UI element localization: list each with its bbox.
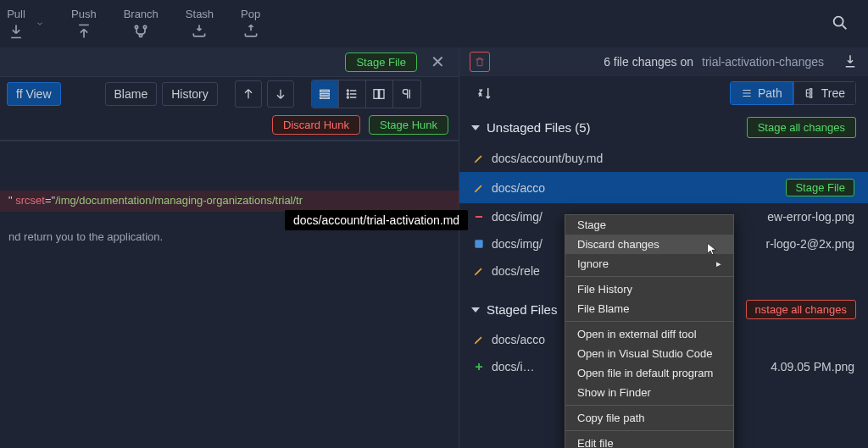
svg-rect-15 <box>475 240 482 247</box>
ctx-stage[interactable]: Stage <box>565 215 733 235</box>
path-toggle[interactable]: Path <box>730 81 793 105</box>
close-icon[interactable]: ✕ <box>427 52 448 72</box>
tree-toggle[interactable]: Tree <box>793 81 856 105</box>
modified-icon <box>473 334 485 346</box>
main-toolbar: Pull Push Branch Stash Pop <box>0 0 868 47</box>
svg-rect-10 <box>374 89 378 98</box>
svg-rect-14 <box>810 96 811 97</box>
view-pilcrow-icon[interactable] <box>393 80 420 108</box>
file-row[interactable]: docs/account/buy.md <box>459 145 868 172</box>
view-split-icon[interactable] <box>366 80 393 108</box>
file-row[interactable]: docs/acco Stage File <box>459 172 868 203</box>
stash-icon <box>190 22 209 41</box>
ctx-ignore[interactable]: Ignore <box>565 254 733 274</box>
push-icon <box>75 22 93 41</box>
cursor-icon <box>705 242 719 256</box>
ctx-copy-path[interactable]: Copy file path <box>565 408 733 428</box>
hunk-actions: Discard Hunk Stage Hunk <box>0 110 459 141</box>
svg-point-3 <box>834 16 843 25</box>
push-label: Push <box>71 8 97 20</box>
file-path-tooltip: docs/account/trial-activation.md <box>285 210 468 230</box>
pop-label: Pop <box>241 8 260 20</box>
arrow-up-icon[interactable] <box>235 80 262 108</box>
svg-point-9 <box>348 97 349 98</box>
file-suffix: ew-error-log.png <box>767 210 854 224</box>
changes-count-label: 6 file changes on <box>604 55 693 69</box>
added-icon <box>473 361 485 373</box>
deleted-icon <box>473 211 485 223</box>
stage-all-button[interactable]: Stage all changes <box>747 117 856 138</box>
pull-icon <box>7 22 25 41</box>
changes-header: 6 file changes on trial-activation-chang… <box>459 47 868 76</box>
ctx-separator <box>565 405 733 406</box>
stage-hunk-button[interactable]: Stage Hunk <box>369 115 448 135</box>
diff-tabbar: ff View Blame History <box>0 76 459 110</box>
ctx-file-blame[interactable]: File Blame <box>565 299 733 318</box>
ctx-separator <box>565 430 733 431</box>
pull-label: Pull <box>7 8 25 20</box>
ctx-file-history[interactable]: File History <box>565 279 733 299</box>
modified-icon <box>473 182 485 194</box>
branch-name: trial-activation-changes <box>702 55 824 69</box>
download-icon[interactable] <box>843 53 858 71</box>
ctx-open-default[interactable]: Open file in default program <box>565 363 733 383</box>
push-button[interactable]: Push <box>71 8 97 41</box>
ctx-separator <box>565 276 733 277</box>
unstage-all-button[interactable]: nstage all changes <box>746 300 856 319</box>
svg-rect-12 <box>810 89 811 91</box>
diff-removed-line: " srcset="/img/documentation/managing-or… <box>0 191 459 212</box>
view-inline-icon[interactable] <box>312 80 339 108</box>
branch-button[interactable]: Branch <box>124 8 159 41</box>
svg-point-8 <box>348 93 349 95</box>
branch-icon <box>131 22 150 41</box>
search-icon[interactable] <box>831 14 861 35</box>
discard-hunk-button[interactable]: Discard Hunk <box>272 115 360 135</box>
svg-point-1 <box>144 25 147 28</box>
renamed-icon <box>473 238 485 250</box>
view-list-icon[interactable] <box>339 80 366 108</box>
pop-icon <box>242 22 260 41</box>
stash-button[interactable]: Stash <box>186 8 214 41</box>
branch-label: Branch <box>124 8 159 20</box>
pop-button[interactable]: Pop <box>241 8 260 41</box>
diff-view-tab[interactable]: ff View <box>7 82 61 106</box>
modified-icon <box>473 152 485 164</box>
chevron-down-icon <box>471 307 480 312</box>
svg-point-0 <box>136 25 138 28</box>
chevron-down-icon <box>471 125 480 130</box>
svg-rect-6 <box>320 97 330 98</box>
diff-panel: Stage File ✕ ff View Blame History Disca… <box>0 47 459 448</box>
modified-icon <box>473 265 485 277</box>
view-mode-group <box>311 80 421 108</box>
pull-button[interactable]: Pull <box>7 8 25 41</box>
pull-caret-icon[interactable] <box>36 17 44 30</box>
svg-rect-4 <box>320 90 330 91</box>
path-tree-toggle: Path Tree <box>730 81 856 105</box>
ctx-separator <box>565 321 733 322</box>
sort-alpha-icon[interactable] <box>471 80 498 107</box>
blame-tab[interactable]: Blame <box>105 82 158 106</box>
ctx-edit-file[interactable]: Edit file <box>565 434 733 448</box>
arrow-down-icon[interactable] <box>267 80 294 108</box>
stage-file-row-button[interactable]: Stage File <box>786 179 854 196</box>
ctx-open-diff[interactable]: Open in external diff tool <box>565 324 733 344</box>
file-suffix: 4.09.05 PM.png <box>771 360 854 373</box>
discard-all-icon[interactable] <box>470 52 490 72</box>
history-tab[interactable]: History <box>162 82 218 106</box>
ctx-open-vscode[interactable]: Open in Visual Studio Code <box>565 344 733 363</box>
sort-row: Path Tree <box>459 76 868 110</box>
ctx-show-finder[interactable]: Show in Finder <box>565 383 733 402</box>
file-name: docs/acco <box>492 181 779 195</box>
svg-rect-11 <box>380 89 384 98</box>
svg-rect-13 <box>810 92 811 94</box>
stage-file-button[interactable]: Stage File <box>345 53 417 72</box>
svg-rect-5 <box>320 93 330 95</box>
unstaged-section-header[interactable]: Unstaged Files (5) Stage all changes <box>459 110 868 145</box>
unstaged-label: Unstaged Files (5) <box>487 120 740 135</box>
file-suffix: r-logo-2@2x.png <box>766 237 855 251</box>
stash-label: Stash <box>186 8 214 20</box>
file-name: docs/account/buy.md <box>492 152 854 165</box>
svg-point-7 <box>348 90 349 91</box>
diff-subbar: Stage File ✕ <box>0 47 459 76</box>
